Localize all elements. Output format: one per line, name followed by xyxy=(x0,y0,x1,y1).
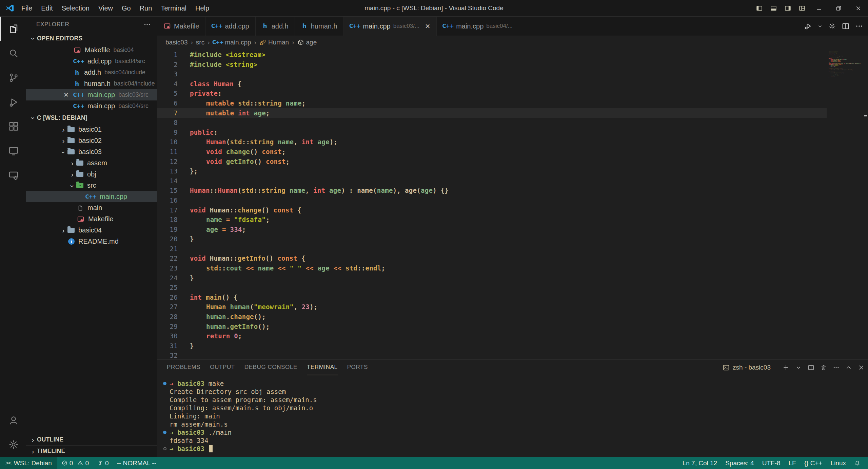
code-line-18[interactable]: 18 name = "fdsafa"; xyxy=(157,215,868,225)
code-line-4[interactable]: 4class Human { xyxy=(157,79,868,89)
tree-item-obj[interactable]: ›obj xyxy=(26,169,157,180)
breadcrumb-src[interactable]: src xyxy=(196,39,204,46)
tab-Makefile[interactable]: Makefile xyxy=(157,17,205,36)
menu-go[interactable]: Go xyxy=(117,0,135,16)
panel-tab-output[interactable]: OUTPUT xyxy=(210,360,235,375)
code-line-24[interactable]: 24} xyxy=(157,273,868,283)
tree-item-README.md[interactable]: iREADME.md xyxy=(26,236,157,247)
new-terminal-icon[interactable] xyxy=(783,364,789,371)
activity-search-icon[interactable] xyxy=(0,41,26,65)
code-line-9[interactable]: 9public: xyxy=(157,128,868,137)
breadcrumb-age[interactable]: age xyxy=(297,39,317,46)
panel-tab-terminal[interactable]: TERMINAL xyxy=(307,360,338,375)
open-editor-main.cpp[interactable]: C++main.cppbasic04/src xyxy=(26,100,157,112)
status-eol[interactable]: LF xyxy=(785,457,800,469)
tab-main.cpp-basic04[interactable]: C++main.cppbasic04/... xyxy=(437,17,519,36)
run-dropdown-icon[interactable] xyxy=(817,24,823,29)
status-cursor-position[interactable]: Ln 7, Col 12 xyxy=(678,457,721,469)
code-line-6[interactable]: 6 mutable std::string name; xyxy=(157,98,868,108)
code-line-27[interactable]: 27 Human human("meowrain", 23); xyxy=(157,302,868,312)
minimap[interactable]: #include <iostream>#include <string>clas… xyxy=(827,49,863,359)
tree-item-main[interactable]: main xyxy=(26,202,157,213)
status-problems[interactable]: 00 xyxy=(57,457,93,469)
code-line-25[interactable]: 25 xyxy=(157,283,868,293)
breadcrumb-basic03[interactable]: basic03 xyxy=(165,39,188,46)
code-editor[interactable]: 1#include <iostream>2#include <string>34… xyxy=(157,49,868,359)
tab-add.h[interactable]: hadd.h xyxy=(256,17,295,36)
tab-add.cpp[interactable]: C++add.cpp xyxy=(205,17,255,36)
activity-remote-targets-icon[interactable] xyxy=(0,163,26,188)
panel-tab-problems[interactable]: PROBLEMS xyxy=(167,360,200,375)
code-line-19[interactable]: 19 age = 334; xyxy=(157,225,868,234)
menu-selection[interactable]: Selection xyxy=(57,0,94,16)
code-line-1[interactable]: 1#include <iostream> xyxy=(157,50,868,60)
timeline-section[interactable]: › TIMELINE xyxy=(26,445,157,457)
remote-indicator[interactable]: ><WSL: Debian xyxy=(0,457,57,469)
menu-help[interactable]: Help xyxy=(191,0,214,16)
panel-tab-debug-console[interactable]: DEBUG CONSOLE xyxy=(244,360,297,375)
tree-item-src[interactable]: ›‹›src xyxy=(26,180,157,191)
explorer-more-actions-icon[interactable] xyxy=(143,21,151,28)
code-line-5[interactable]: 5private: xyxy=(157,89,868,98)
kill-terminal-icon[interactable] xyxy=(820,364,827,371)
activity-extensions-icon[interactable] xyxy=(0,114,26,139)
status-encoding[interactable]: UTF-8 xyxy=(758,457,785,469)
open-editor-add.cpp[interactable]: C++add.cppbasic04/src xyxy=(26,56,157,67)
code-line-10[interactable]: 10 Human(std::string name, int age); xyxy=(157,137,868,147)
open-editor-human.h[interactable]: hhuman.hbasic04/include xyxy=(26,78,157,89)
tree-item-basic04[interactable]: ›basic04 xyxy=(26,225,157,236)
menu-view[interactable]: View xyxy=(94,0,117,16)
status-forwarded-ports[interactable]: 0 xyxy=(93,457,113,469)
code-line-31[interactable]: 31} xyxy=(157,341,868,351)
toggle-panel-icon[interactable] xyxy=(766,0,781,16)
status-vim-mode[interactable]: -- NORMAL -- xyxy=(113,457,160,469)
tab-main.cpp-basic03[interactable]: C++main.cppbasic03/...✕ xyxy=(344,17,437,36)
breadcrumb-maincpp[interactable]: C++main.cpp xyxy=(213,39,251,46)
status-language-mode[interactable]: {} C++ xyxy=(800,457,827,469)
code-line-28[interactable]: 28 human.change(); xyxy=(157,312,868,322)
editor-scrollbar[interactable] xyxy=(863,49,868,359)
code-line-16[interactable]: 16 xyxy=(157,195,868,205)
toggle-primary-sidebar-icon[interactable] xyxy=(752,0,766,16)
code-line-29[interactable]: 29 human.getInfo(); xyxy=(157,322,868,332)
code-line-32[interactable]: 32 xyxy=(157,351,868,359)
activity-explorer-icon[interactable] xyxy=(0,17,26,41)
split-editor-icon[interactable] xyxy=(842,22,850,30)
tree-item-basic02[interactable]: ›basic02 xyxy=(26,135,157,146)
code-line-2[interactable]: 2#include <string> xyxy=(157,60,868,70)
code-line-12[interactable]: 12 void getInfo() const; xyxy=(157,157,868,167)
activity-run-and-debug-icon[interactable] xyxy=(0,90,26,114)
window-minimize-button[interactable] xyxy=(809,0,829,16)
status-remote-os[interactable]: Linux xyxy=(827,457,850,469)
code-line-8[interactable]: 8 xyxy=(157,118,868,128)
launch-profile-dropdown-icon[interactable] xyxy=(795,364,802,371)
open-editors-header[interactable]: › OPEN EDITORS xyxy=(26,32,157,44)
activity-source-control-icon[interactable] xyxy=(0,65,26,90)
tree-item-basic03[interactable]: ›basic03 xyxy=(26,146,157,157)
panel-tab-ports[interactable]: PORTS xyxy=(347,360,368,375)
code-line-7[interactable]: 7 mutable int age; xyxy=(157,108,868,118)
terminal[interactable]: → basic03 makeCreate Directory src obj a… xyxy=(157,375,868,453)
maximize-panel-icon[interactable] xyxy=(845,364,852,371)
code-line-15[interactable]: 15Human::Human(std::string name, int age… xyxy=(157,186,868,195)
workspace-header[interactable]: › C [WSL: DEBIAN] xyxy=(26,112,157,124)
status-indentation[interactable]: Spaces: 4 xyxy=(721,457,758,469)
code-line-21[interactable]: 21 xyxy=(157,244,868,254)
code-line-23[interactable]: 23 std::cout << name << " " << age << st… xyxy=(157,263,868,273)
code-line-22[interactable]: 22void Human::getInfo() const { xyxy=(157,254,868,263)
window-restore-button[interactable] xyxy=(829,0,848,16)
activity-manage-icon[interactable] xyxy=(0,432,26,457)
more-actions-icon[interactable] xyxy=(855,22,863,30)
code-line-14[interactable]: 14 xyxy=(157,176,868,186)
close-tab-icon[interactable]: ✕ xyxy=(425,22,430,30)
breadcrumb-human[interactable]: Human xyxy=(259,39,289,46)
menu-file[interactable]: File xyxy=(17,0,37,16)
tree-item-basic01[interactable]: ›basic01 xyxy=(26,124,157,135)
run-or-debug-icon[interactable] xyxy=(804,22,812,30)
open-editor-main.cpp[interactable]: ✕C++main.cppbasic03/src xyxy=(26,89,157,100)
code-line-26[interactable]: 26int main() { xyxy=(157,293,868,302)
tree-item-main.cpp[interactable]: C++main.cpp xyxy=(26,191,157,202)
activity-remote-explorer-icon[interactable] xyxy=(0,139,26,163)
toggle-secondary-sidebar-icon[interactable] xyxy=(781,0,795,16)
code-line-3[interactable]: 3 xyxy=(157,69,868,79)
